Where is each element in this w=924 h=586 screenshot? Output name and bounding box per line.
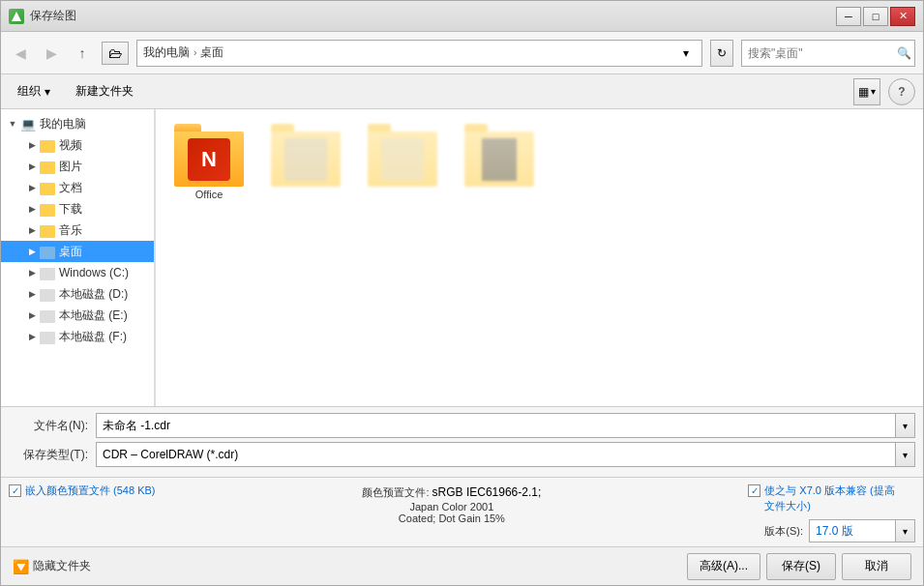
embed-profile-option: 嵌入颜色预置文件 (548 KB) — [9, 483, 155, 498]
dialog-title: 保存绘图 — [30, 8, 76, 24]
organize-button[interactable]: 组织 ▾ — [9, 78, 59, 105]
office-folder-icon: N — [174, 124, 244, 187]
version-select[interactable]: 17.0 版 — [809, 519, 896, 542]
hide-folders-section: 🔽 隐藏文件夹 — [13, 558, 687, 574]
expand-icon: ▶ — [24, 265, 40, 280]
options-section: 嵌入颜色预置文件 (548 KB) 颜色预置文件: sRGB IEC61966-… — [1, 477, 923, 546]
sidebar-item-label: 下载 — [59, 201, 82, 218]
advanced-button[interactable]: 高级(A)... — [687, 553, 760, 580]
forward-button[interactable]: ▶ — [40, 42, 63, 65]
sidebar-item-mycomputer[interactable]: ▼ 💻 我的电脑 — [1, 113, 154, 134]
sidebar-item-pictures[interactable]: ▶ 图片 — [1, 156, 154, 177]
color-profile-prefix: 颜色预置文件: sRGB IEC61966-2.1; — [174, 483, 729, 501]
file-item-label: Office — [195, 189, 224, 200]
sidebar-item-drive-f[interactable]: ▶ 本地磁盘 (F:) — [1, 326, 154, 347]
file-grid: N Office — [165, 119, 913, 205]
maximize-button[interactable]: □ — [863, 7, 888, 26]
new-folder-button[interactable]: 新建文件夹 — [67, 78, 142, 105]
view-button[interactable]: ▦ ▾ — [853, 78, 880, 105]
version-dropdown-icon[interactable]: ▾ — [896, 519, 915, 542]
sidebar-panel: ▼ 💻 我的电脑 ▶ 视频 ▶ 图片 ▶ 文档 — [1, 109, 156, 406]
compat-option: 使之与 X7.0 版本兼容 (提高文件大小) — [748, 483, 900, 513]
color-profile-section: 颜色预置文件: sRGB IEC61966-2.1; Japan Color 2… — [174, 483, 729, 524]
pc-icon: 💻 — [20, 117, 36, 132]
folder-icon — [40, 183, 55, 195]
command-toolbar: 组织 ▾ 新建文件夹 ▦ ▾ ? — [1, 74, 923, 109]
sidebar-item-documents[interactable]: ▶ 文档 — [1, 177, 154, 198]
blurred-folder-icon-4 — [464, 124, 534, 187]
new-folder-label: 新建文件夹 — [75, 83, 134, 100]
view-icon: ▦ — [858, 85, 869, 99]
help-button[interactable]: ? — [888, 78, 915, 105]
expand-icon: ▶ — [24, 222, 40, 238]
sidebar-item-video[interactable]: ▶ 视频 — [1, 134, 154, 156]
version-select-wrap: 17.0 版 ▾ — [809, 519, 915, 542]
version-label: 版本(S): — [764, 524, 803, 539]
expand-icon: ▶ — [24, 137, 40, 153]
folder-icon — [40, 225, 55, 238]
drive-icon — [40, 332, 55, 344]
savetype-input[interactable]: CDR – CorelDRAW (*.cdr) — [96, 442, 896, 467]
drive-icon — [40, 289, 55, 302]
save-button[interactable]: 保存(S) — [766, 553, 836, 580]
embed-profile-checkbox[interactable] — [9, 484, 21, 497]
expand-icon: ▶ — [24, 180, 40, 195]
sidebar-item-music[interactable]: ▶ 音乐 — [1, 220, 154, 241]
sidebar-tree: ▼ 💻 我的电脑 ▶ 视频 ▶ 图片 ▶ 文档 — [1, 109, 155, 406]
savetype-dropdown[interactable]: ▾ — [896, 442, 915, 467]
cancel-button[interactable]: 取消 — [842, 553, 911, 580]
up-button[interactable]: ↑ — [71, 42, 94, 65]
folder-icon — [40, 140, 55, 153]
savetype-value: CDR – CorelDRAW (*.cdr) — [103, 448, 238, 461]
back-button[interactable]: ◀ — [9, 42, 32, 65]
bottom-bar: 🔽 隐藏文件夹 高级(A)... 保存(S) 取消 — [1, 546, 923, 585]
window-controls: ─ □ ✕ — [836, 7, 915, 26]
sidebar-item-drive-d[interactable]: ▶ 本地磁盘 (D:) — [1, 283, 154, 305]
file-item-4[interactable] — [456, 119, 543, 205]
search-bar[interactable]: 🔍 — [741, 40, 915, 67]
color-profile-detail2: Coated; Dot Gain 15% — [174, 513, 729, 524]
version-value: 17.0 版 — [816, 523, 853, 540]
expand-icon: ▶ — [24, 201, 40, 217]
address-bar[interactable]: 我的电脑 › 桌面 ▾ — [136, 40, 702, 67]
savetype-label: 保存类型(T): — [9, 447, 96, 463]
sidebar-item-windows-c[interactable]: ▶ Windows (C:) — [1, 262, 154, 283]
filename-value: 未命名 -1.cdr — [103, 418, 170, 434]
close-button[interactable]: ✕ — [890, 7, 915, 26]
minimize-button[interactable]: ─ — [836, 7, 861, 26]
file-item-2[interactable] — [262, 119, 349, 205]
expand-icon: ▶ — [24, 308, 40, 323]
refresh-button[interactable]: ↻ — [710, 40, 733, 67]
filename-dropdown[interactable]: ▾ — [896, 413, 915, 438]
organize-label: 组织 — [17, 83, 41, 100]
title-bar: 保存绘图 ─ □ ✕ — [1, 1, 923, 32]
address-part-desktop: 桌面 — [200, 44, 224, 61]
filename-input[interactable]: 未命名 -1.cdr — [96, 413, 896, 438]
file-item-3[interactable] — [359, 119, 446, 205]
hide-folders-label: 隐藏文件夹 — [33, 558, 91, 574]
folder-icon — [40, 161, 55, 174]
sidebar-item-label: 本地磁盘 (D:) — [59, 286, 128, 303]
action-buttons: 高级(A)... 保存(S) 取消 — [687, 553, 911, 580]
sidebar-item-downloads[interactable]: ▶ 下载 — [1, 198, 154, 220]
form-section: 文件名(N): 未命名 -1.cdr ▾ 保存类型(T): CDR – Core… — [1, 406, 923, 477]
expand-icon: ▶ — [24, 159, 40, 174]
sidebar-item-label: 文档 — [59, 180, 82, 196]
expand-icon: ▼ — [5, 116, 20, 132]
file-item-office[interactable]: N Office — [165, 119, 253, 205]
sidebar-item-drive-e[interactable]: ▶ 本地磁盘 (E:) — [1, 305, 154, 326]
savetype-row: 保存类型(T): CDR – CorelDRAW (*.cdr) ▾ — [9, 442, 915, 467]
sidebar-item-desktop[interactable]: ▶ 桌面 — [1, 241, 154, 262]
savetype-input-wrap: CDR – CorelDRAW (*.cdr) ▾ — [96, 442, 915, 467]
address-dropdown-icon[interactable]: ▾ — [676, 41, 696, 66]
color-profile-detail1: Japan Color 2001 — [174, 501, 729, 513]
folder-icon-btn: 🗁 — [102, 42, 129, 65]
organize-dropdown-icon: ▾ — [45, 85, 50, 99]
compat-checkbox[interactable] — [748, 484, 760, 497]
folder-icon — [40, 247, 55, 259]
file-area[interactable]: N Office — [156, 109, 923, 406]
sidebar-item-label: Windows (C:) — [59, 266, 129, 279]
sidebar-item-label: 我的电脑 — [40, 116, 86, 132]
drive-icon — [40, 268, 55, 280]
search-input[interactable] — [748, 46, 893, 60]
